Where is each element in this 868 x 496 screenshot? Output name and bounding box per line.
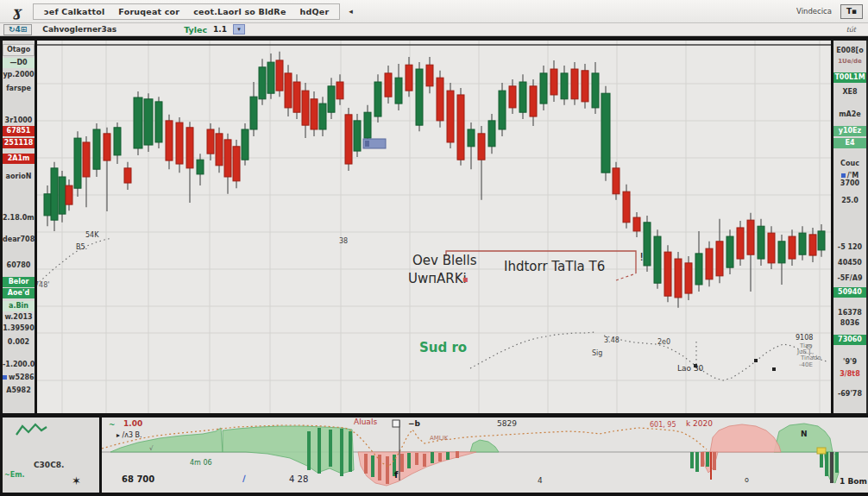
- candle: [319, 97, 326, 136]
- axis-label: 40450: [833, 258, 866, 268]
- candle: [540, 66, 547, 110]
- oscillator-bar: [706, 452, 709, 467]
- candle: [447, 83, 454, 148]
- text-tool-button[interactable]: T▪: [840, 4, 863, 19]
- candle: [302, 83, 309, 138]
- oscillator-bar: [438, 453, 442, 461]
- chart-annotation: Sud ro: [419, 342, 467, 355]
- candle: [385, 66, 392, 104]
- oscillator-bar: [371, 455, 374, 477]
- oscillator-bar: [825, 452, 828, 476]
- candle: [197, 154, 204, 185]
- axis-label: aorioN: [3, 172, 35, 182]
- left-price-axis[interactable]: Otago—D0yp.2000farspe3r1000678512511182A…: [0, 41, 35, 413]
- candle: [457, 88, 464, 166]
- candle: [83, 136, 90, 207]
- candle: [633, 212, 640, 237]
- axis-label: Aoe'd: [3, 288, 35, 298]
- oscillator-label: √: [149, 446, 153, 452]
- axis-label: 1Ue/de: [833, 56, 866, 66]
- candle: [675, 252, 682, 308]
- axis-label: 67851: [3, 126, 35, 136]
- axis-label: 8036: [833, 318, 866, 329]
- chart-pane[interactable]: 748'B5.54K38Oev BlellsUwпARKi▪Ihdtorr Ta…: [37, 41, 831, 413]
- menu-item-2[interactable]: ceot.Laorl so BldRe: [193, 7, 286, 16]
- candle: [155, 97, 162, 148]
- oscillator-label: o: [745, 477, 749, 484]
- axis-label: 2A1m: [3, 154, 35, 164]
- axis-label: 3700: [833, 179, 866, 189]
- oscillator-label: N: [801, 430, 808, 438]
- oscillator-bar: [407, 453, 411, 468]
- menu-item-0[interactable]: ɔef Calkattol: [44, 7, 104, 16]
- chart-annotation: UwпARKi: [408, 273, 467, 286]
- oscillator-chart: [102, 418, 868, 493]
- axis-label: 1.39590: [3, 323, 35, 334]
- oscillator-bar: [695, 452, 699, 472]
- candle: [789, 229, 796, 266]
- trading-app-window: ɣ ɔef CalkattolForuqeat corceot.Laorl so…: [0, 0, 868, 496]
- chart-annotation: Ihdtorr TaTla T6: [504, 261, 605, 274]
- oscillator-label: 4m 06: [190, 460, 212, 467]
- oscillator-bar: [456, 451, 459, 458]
- oscillator-bar: [386, 456, 389, 484]
- candle: [809, 228, 816, 262]
- oscillator-pane[interactable]: ~1.00▸ /ʌ3 B.4m 0668 700∕4 28Aluals−bAML…: [102, 418, 868, 493]
- axis-label: 3/8t8: [833, 369, 866, 380]
- oscillator-label: 1 Bom: [840, 478, 867, 486]
- oscillator-bar: [318, 428, 321, 474]
- oscillator-bar: [431, 452, 434, 463]
- oscillator-label: k 2020: [686, 420, 713, 428]
- axis-label: 25.0: [833, 196, 866, 206]
- favorite-star-icon[interactable]: ✶: [72, 474, 81, 487]
- oscillator-bar: [415, 453, 418, 465]
- chart-annotation: 748': [37, 282, 49, 289]
- axis-label-icon: [841, 173, 846, 178]
- oscillator-bar: [713, 452, 716, 470]
- oscillator-red-area: [710, 424, 781, 452]
- axis-label: —D0: [3, 58, 35, 68]
- menu-item-1[interactable]: Foruqeat cor: [118, 7, 179, 16]
- axis-label: yp.2000: [3, 70, 35, 80]
- candle: [276, 52, 283, 97]
- candle: [345, 108, 352, 171]
- oscillator-label: Aluals: [354, 418, 377, 426]
- menu-item-3[interactable]: hdQer: [300, 7, 330, 16]
- candle: [59, 171, 66, 223]
- corner-note: tút: [846, 26, 856, 34]
- candle: [799, 226, 806, 261]
- candle: [426, 57, 433, 93]
- axis-label: Couc: [833, 159, 866, 169]
- axis-label: 3r1000: [3, 116, 35, 126]
- candle: [685, 256, 692, 300]
- candle: [499, 83, 506, 136]
- oscillator-bar: [329, 430, 332, 467]
- indicator-logo-icon: [15, 421, 49, 442]
- oscillator-bar: [349, 431, 352, 472]
- candle: [706, 242, 713, 286]
- candle: [818, 224, 825, 257]
- right-price-axis[interactable]: E008[o1Ue/deT00L1MXE8mA2ey10EzE4Couc/'M3…: [833, 41, 868, 413]
- main-chart-row: Otago—D0yp.2000farspe3r1000678512511182A…: [0, 41, 868, 413]
- axis-label: T00L1M: [833, 72, 866, 83]
- candle: [437, 71, 443, 128]
- candle: [233, 140, 240, 188]
- oscillator-label: 68 700: [122, 475, 154, 485]
- app-logo-icon: ɣ: [5, 3, 28, 20]
- oscillator-bar: [307, 431, 311, 470]
- candle: [550, 60, 557, 102]
- oscillator-bar: [690, 452, 694, 468]
- axis-label: 73060: [833, 335, 866, 345]
- candle: [509, 79, 516, 114]
- chart-annotation: Oev Blells: [412, 254, 477, 268]
- candle: [519, 74, 526, 119]
- nav-button[interactable]: ↻4⊞: [3, 24, 32, 35]
- type-dropdown-button[interactable]: ▾: [233, 24, 245, 35]
- toolbar-second-row: ↻4⊞ Cahvoglerner3as Tylec 1.1 ▾ tút: [0, 23, 868, 36]
- candle: [186, 122, 193, 203]
- candle: [561, 66, 568, 105]
- oscillator-bar: [701, 452, 704, 467]
- menu-collapse-icon[interactable]: ◂: [349, 7, 353, 16]
- axis-label: a.Bin: [3, 301, 35, 311]
- oscillator-label: 601, 95: [650, 422, 676, 429]
